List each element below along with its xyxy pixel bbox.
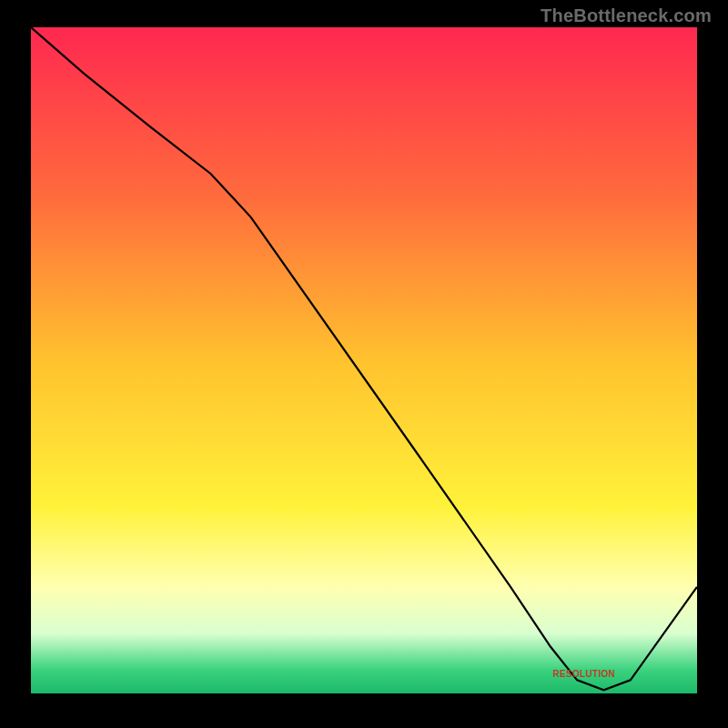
series-label: RESOLUTION: [552, 669, 615, 679]
plot-area: RESOLUTION: [31, 27, 697, 693]
watermark-text: TheBottleneck.com: [541, 5, 712, 26]
chart-background: [31, 27, 697, 693]
chart-svg: [31, 27, 697, 693]
chart-container: TheBottleneck.com RESOLUTION: [0, 0, 728, 728]
